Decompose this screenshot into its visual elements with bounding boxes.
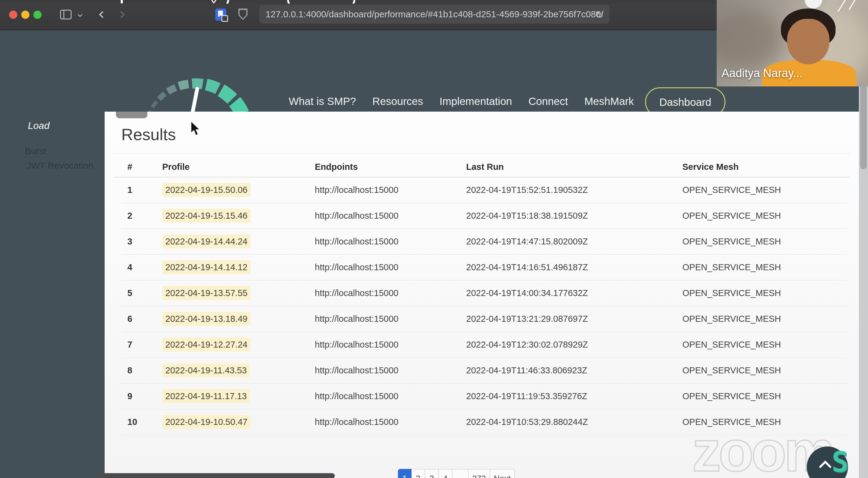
table-row[interactable]: 4 2022-04-19-14.14.12 http://localhost:1…	[121, 255, 847, 281]
address-bar[interactable]: 127.0.0.1:4000/dashboard/performance/#41…	[259, 5, 610, 24]
mouse-cursor	[190, 121, 203, 136]
profile-cell[interactable]: 2022-04-19-14.14.12	[162, 262, 315, 273]
webcam-overlay[interactable]: Aaditya Naray...	[717, 0, 868, 87]
endpoint-cell: http://localhost:15000	[315, 340, 466, 350]
sidebar-item[interactable]: Burst	[25, 146, 105, 156]
profile-cell[interactable]: 2022-04-19-11.43.53	[162, 365, 315, 376]
table-row[interactable]: 2 2022-04-19-15.15.46 http://localhost:1…	[121, 203, 847, 229]
title-fragment	[226, 0, 229, 4]
page-button[interactable]: 2	[411, 469, 425, 478]
endpoint-cell: http://localhost:15000	[315, 288, 466, 298]
last-run-cell: 2022-04-19T14:16:51.496187Z	[466, 262, 682, 273]
profile-link[interactable]: 2022-04-19-15.50.06	[162, 183, 250, 197]
service-mesh-cell: OPEN_SERVICE_MESH	[682, 365, 847, 376]
profile-cell[interactable]: 2022-04-19-13.18.49	[162, 314, 315, 324]
table-row[interactable]: 6 2022-04-19-13.18.49 http://localhost:1…	[121, 306, 847, 332]
password-extension-icon[interactable]	[215, 8, 226, 21]
layer5-logo-icon: S	[832, 446, 848, 478]
dashboard-label: Dashboard	[659, 96, 711, 108]
page-button[interactable]: 4	[439, 469, 453, 478]
service-mesh-cell: OPEN_SERVICE_MESH	[682, 211, 847, 221]
page-button[interactable]: 272	[469, 469, 490, 478]
row-index: 5	[121, 288, 162, 298]
profile-link[interactable]: 2022-04-19-13.57.55	[162, 286, 250, 300]
table-row[interactable]: 7 2022-04-19-12.27.24 http://localhost:1…	[121, 332, 847, 358]
nav-link[interactable]: Connect	[528, 95, 568, 107]
chevron-up-icon	[819, 460, 832, 473]
column-header[interactable]: Endpoints	[315, 162, 466, 172]
scrolled-tab[interactable]	[116, 111, 147, 118]
profile-cell[interactable]: 2022-04-19-12.27.24	[162, 340, 315, 350]
column-header[interactable]: #	[121, 162, 162, 172]
title-fragment	[287, 0, 290, 4]
profile-cell[interactable]: 2022-04-19-11.17.13	[162, 391, 315, 401]
row-index: 9	[121, 391, 162, 401]
chevron-down-icon[interactable]	[78, 12, 83, 17]
profile-link[interactable]: 2022-04-19-11.43.53	[162, 363, 250, 377]
profile-link[interactable]: 2022-04-19-13.18.49	[162, 312, 250, 326]
profile-link[interactable]: 2022-04-19-15.15.46	[162, 209, 250, 223]
table-row[interactable]: 9 2022-04-19-11.17.13 http://localhost:1…	[121, 384, 847, 410]
next-page-button[interactable]: Next	[490, 469, 515, 478]
profile-cell[interactable]: 2022-04-19-15.50.06	[162, 185, 315, 195]
table-row[interactable]: 5 2022-04-19-13.57.55 http://localhost:1…	[121, 281, 847, 306]
service-mesh-cell: OPEN_SERVICE_MESH	[682, 391, 847, 401]
table-row[interactable]: 3 2022-04-19-14.44.24 http://localhost:1…	[121, 229, 847, 255]
page-button[interactable]: 1	[398, 469, 411, 478]
profile-link[interactable]: 2022-04-19-14.44.24	[162, 234, 250, 248]
nav-link[interactable]: MeshMark	[584, 95, 634, 107]
nav-link[interactable]: Implementation	[439, 95, 512, 107]
nav-link[interactable]: What is SMP?	[289, 95, 356, 107]
column-header[interactable]: Profile	[162, 162, 315, 172]
service-mesh-cell: OPEN_SERVICE_MESH	[682, 236, 847, 247]
profile-link[interactable]: 2022-04-19-10.50.47	[162, 415, 250, 429]
divider	[113, 153, 850, 154]
profile-cell[interactable]: 2022-04-19-14.44.24	[162, 236, 315, 247]
row-index: 2	[121, 211, 162, 221]
profile-link[interactable]: 2022-04-19-14.14.12	[162, 260, 250, 274]
row-index: 4	[121, 262, 162, 273]
back-button[interactable]	[99, 11, 106, 18]
fullscreen-window-button[interactable]	[33, 11, 41, 19]
close-window-button[interactable]	[9, 11, 17, 19]
table-row[interactable]: 8 2022-04-19-11.43.53 http://localhost:1…	[121, 358, 847, 384]
last-run-cell: 2022-04-19T11:46:33.806923Z	[466, 365, 682, 376]
title-fragment	[211, 0, 217, 3]
profile-link[interactable]: 2022-04-19-12.27.24	[162, 338, 250, 352]
service-mesh-cell: OPEN_SERVICE_MESH	[682, 262, 847, 273]
column-header[interactable]: Service Mesh	[682, 162, 847, 172]
endpoint-cell: http://localhost:15000	[315, 211, 466, 221]
reload-icon[interactable]: ↻	[595, 9, 603, 21]
profile-link[interactable]: 2022-04-19-11.17.13	[162, 389, 250, 403]
last-run-cell: 2022-04-19T12:30:02.078929Z	[466, 340, 682, 350]
results-table-body: 1 2022-04-19-15.50.06 http://localhost:1…	[121, 178, 847, 435]
vertical-scrollbar[interactable]	[859, 30, 868, 478]
service-mesh-cell: OPEN_SERVICE_MESH	[682, 340, 847, 350]
speaker-face	[787, 19, 830, 64]
sidebar-item[interactable]: JWT Revocation	[27, 160, 105, 171]
nav-link[interactable]: Resources	[372, 95, 423, 107]
table-row[interactable]: 1 2022-04-19-15.50.06 http://localhost:1…	[121, 178, 847, 203]
page-button[interactable]: 3	[425, 469, 439, 478]
table-header: #ProfileEndpointsLast RunService Mesh	[121, 157, 847, 177]
row-index: 7	[121, 340, 162, 350]
forward-button[interactable]	[118, 11, 125, 18]
page-button[interactable]: …	[453, 469, 469, 478]
title-fragment	[352, 0, 355, 4]
column-header[interactable]: Last Run	[466, 162, 682, 172]
service-mesh-cell: OPEN_SERVICE_MESH	[682, 185, 847, 195]
endpoint-cell: http://localhost:15000	[315, 262, 466, 273]
profile-cell[interactable]: 2022-04-19-13.57.55	[162, 288, 315, 298]
minimize-window-button[interactable]	[21, 11, 29, 19]
row-index: 3	[121, 236, 162, 247]
sidebar-toggle-icon[interactable]	[60, 10, 71, 20]
page-title: Results	[121, 125, 176, 144]
horizontal-scrollbar-thumb[interactable]	[98, 473, 335, 478]
service-mesh-cell: OPEN_SERVICE_MESH	[682, 288, 847, 298]
endpoint-cell: http://localhost:15000	[315, 185, 466, 195]
pagination: 1234…272 Next	[398, 469, 515, 478]
profile-cell[interactable]: 2022-04-19-10.50.47	[162, 417, 315, 427]
row-index: 8	[121, 365, 162, 376]
profile-cell[interactable]: 2022-04-19-15.15.46	[162, 211, 315, 221]
sidebar-item[interactable]: Load	[28, 120, 105, 131]
